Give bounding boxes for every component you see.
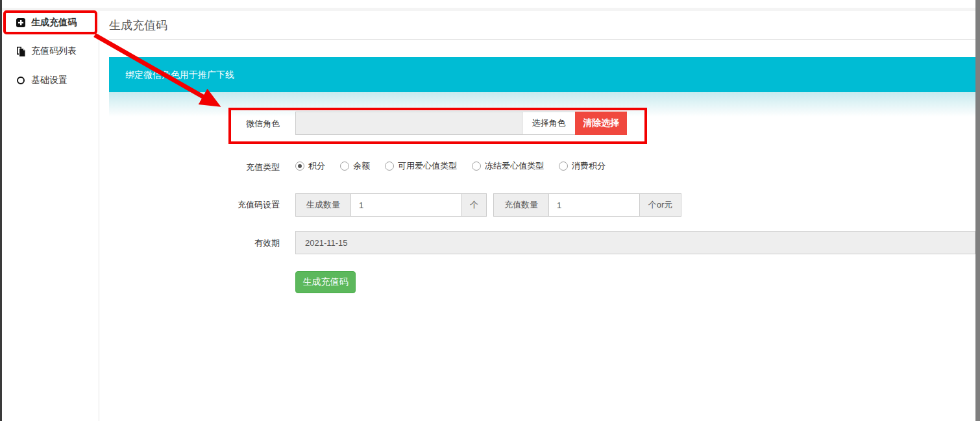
title-divider [109, 39, 975, 40]
info-banner: 绑定微信角色用于推广下线 [109, 57, 975, 92]
sidebar-item-code-list[interactable]: 充值码列表 [2, 40, 98, 62]
generate-qty-group: 生成数量 个 [295, 193, 487, 217]
sidebar: 生成充值码 充值码列表 基础设置 [2, 11, 99, 421]
radio-icon[interactable] [559, 162, 568, 171]
sidebar-item-generate-code[interactable]: 生成充值码 [2, 12, 98, 34]
wechat-role-input[interactable] [295, 112, 522, 135]
recharge-type-label: 充值类型 [197, 162, 280, 173]
window-scrollbar[interactable] [975, 0, 980, 421]
generate-qty-input-field[interactable] [359, 194, 454, 216]
clear-selection-button[interactable]: 清除选择 [575, 112, 627, 135]
recharge-qty-suffix: 个or元 [640, 193, 681, 217]
validity-label: 有效期 [197, 237, 280, 249]
sidebar-item-label: 充值码列表 [31, 45, 77, 57]
radio-label: 可用爱心值类型 [398, 160, 457, 172]
radio-option-frozen-love-value[interactable]: 冻结爱心值类型 [472, 160, 544, 172]
sidebar-item-label: 生成充值码 [31, 17, 77, 29]
radio-icon[interactable] [340, 162, 349, 171]
radio-label: 积分 [308, 160, 325, 172]
validity-date-input[interactable] [295, 231, 975, 254]
circle-icon [16, 76, 25, 86]
recharge-qty-group: 充值数量 个or元 [493, 193, 681, 217]
select-role-button[interactable]: 选择角色 [522, 112, 576, 135]
plus-square-icon [16, 18, 25, 28]
radio-option-balance[interactable]: 余额 [340, 160, 370, 172]
sidebar-item-label: 基础设置 [31, 75, 67, 86]
recharge-qty-input-field[interactable] [557, 194, 631, 216]
radio-icon[interactable] [385, 162, 394, 171]
recharge-qty-input[interactable] [549, 193, 640, 217]
code-settings-label: 充值码设置 [197, 199, 280, 211]
radio-option-points[interactable]: 积分 [295, 160, 325, 172]
page-title: 生成充值码 [109, 18, 167, 33]
generate-qty-prefix: 生成数量 [295, 193, 351, 217]
wechat-role-label: 微信角色 [197, 118, 280, 130]
radio-option-available-love-value[interactable]: 可用爱心值类型 [385, 160, 457, 172]
generate-code-button[interactable]: 生成充值码 [295, 271, 356, 293]
top-strip [2, 0, 975, 8]
radio-icon[interactable] [472, 162, 481, 171]
generate-qty-suffix: 个 [462, 193, 487, 217]
main-content: 生成充值码 绑定微信角色用于推广下线 微信角色 选择角色 清除选择 充值类型 积… [99, 11, 975, 421]
wechat-role-input-field[interactable] [304, 112, 514, 134]
validity-date-field[interactable] [305, 232, 966, 254]
radio-label: 消费积分 [572, 160, 606, 172]
recharge-qty-prefix: 充值数量 [493, 193, 549, 217]
radio-label: 余额 [353, 160, 370, 172]
radio-icon[interactable] [295, 162, 304, 171]
copy-icon [16, 47, 25, 56]
radio-option-consume-points[interactable]: 消费积分 [559, 160, 606, 172]
generate-qty-input[interactable] [351, 193, 462, 217]
sidebar-item-basic-settings[interactable]: 基础设置 [2, 69, 98, 91]
radio-label: 冻结爱心值类型 [485, 160, 544, 172]
recharge-type-radio-group: 积分 余额 可用爱心值类型 冻结爱心值类型 消费积分 [295, 158, 620, 174]
